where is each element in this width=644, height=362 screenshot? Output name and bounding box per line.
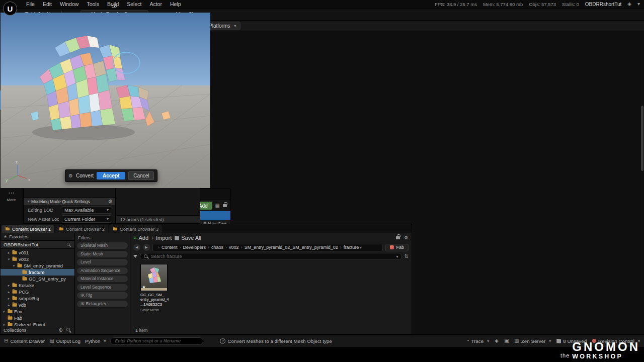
folder-tree-item[interactable]: ▸ vdb [1, 302, 74, 308]
forward-button[interactable]: ▶ [143, 244, 150, 251]
breadcrumb-item[interactable]: › v002 [223, 245, 239, 250]
project-root[interactable]: OBDRRshortTut [1, 240, 74, 249]
fab-button[interactable]: Fab [385, 244, 409, 251]
collections-section[interactable]: Collections ⊕ [1, 326, 74, 334]
favorites-section[interactable]: ★ Favorites [1, 233, 74, 240]
content-browser-tab[interactable]: Content Browser 1 [2, 225, 54, 233]
folder-tree-item[interactable]: ▾ SM_entry_pyramid [1, 262, 74, 269]
perf-stat: Objs: 57,573 [529, 2, 556, 7]
content-tree-column: ★ Favorites OBDRRshortTut ▸ v001 [1, 233, 75, 334]
content-drawer-button[interactable]: ⊟ Content Drawer [4, 338, 45, 344]
expand-arrow-icon[interactable]: ▸ [7, 297, 11, 301]
filter-pill[interactable]: Material Instance [77, 276, 128, 282]
menu-item[interactable]: Select [123, 1, 145, 7]
folder-tree-item[interactable]: ▸ Kosuke [1, 282, 74, 289]
expand-arrow-icon[interactable]: ▾ [7, 257, 11, 261]
server-icon: ▥ [514, 338, 519, 343]
search-input[interactable] [151, 254, 393, 259]
expand-arrow-icon[interactable]: ▸ [7, 303, 11, 307]
expand-arrow-icon[interactable]: ▸ [7, 284, 11, 288]
expand-arrow-icon[interactable]: ▸ [7, 251, 11, 255]
chevron-down-icon: ▾ [104, 339, 106, 343]
filter-pill[interactable]: Static Mesh [77, 251, 128, 257]
filter-pill[interactable]: Skeletal Mesh [77, 242, 128, 249]
breadcrumb-item[interactable]: › Content [156, 245, 178, 250]
folder-tree-item[interactable]: ▾ v002 [1, 256, 74, 262]
search-icon[interactable] [66, 327, 71, 333]
asset-search[interactable]: ▾ [140, 253, 402, 260]
zen-server-dropdown[interactable]: ▥ Zen Server ▾ [514, 338, 551, 344]
python-dropdown[interactable]: Python ▾ [85, 338, 106, 344]
quick-settings-header[interactable]: ▾ Modeling Mode Quick Settings ⚙ [24, 197, 115, 205]
menu-item[interactable]: Edit [39, 1, 56, 7]
filter-pill[interactable]: IK Rig [77, 292, 128, 299]
plus-icon: + [133, 235, 136, 241]
menu-item[interactable]: Window [56, 1, 83, 7]
folder-tree-item[interactable]: ▸ simpleRig [1, 295, 74, 302]
mode-button[interactable]: ⋯ More [0, 186, 23, 205]
lock-icon[interactable] [223, 204, 227, 207]
menu-item[interactable]: Actor [145, 1, 166, 7]
breadcrumb-separator: › [340, 245, 342, 250]
viewport[interactable]: ≡ ↖ ↔ ↻ ◱ Perspective ▾ Lit ▾ ⚡ ⊞ ▣ ▦ ⋮ [0, 0, 211, 189]
target-icon[interactable]: ◈ [495, 338, 499, 343]
asset-count: 1 item [130, 326, 412, 334]
menu-item[interactable]: Help [166, 1, 185, 7]
folder-icon [13, 297, 17, 300]
menu-item[interactable]: File [22, 1, 39, 7]
add-collection-icon[interactable]: ⊕ [59, 328, 63, 333]
details-scrollbar[interactable] [641, 45, 643, 297]
import-button[interactable]: ↓ Import [151, 235, 172, 241]
command-input[interactable] [115, 338, 199, 343]
filter-pill[interactable]: Level Sequence [77, 284, 128, 291]
watermark: the GNOMON WORKSHOP [560, 341, 640, 360]
lock-icon[interactable] [396, 236, 400, 239]
sort-icon[interactable]: ⇅ [405, 254, 409, 259]
chevron-down-icon[interactable]: ▾ [637, 2, 640, 7]
new-asset-location-dropdown[interactable]: Current Folder ▾ [62, 215, 111, 223]
content-browser-tab[interactable]: Content Browser 2 [55, 225, 108, 233]
folder-tree-item[interactable]: GC_SM_entry_py [1, 276, 74, 282]
viewport-scene[interactable]: z y x ⚙ Convert Accept Cancel [1, 13, 210, 188]
breadcrumb-item[interactable]: › SM_entry_pyramid_02_SM_entry_pyramid_0… [239, 245, 338, 250]
folder-tree-item[interactable]: ▸ Env [1, 308, 74, 315]
folder-tree-item[interactable]: ▸ Stylized_Egypt [1, 321, 74, 326]
search-icon[interactable] [66, 242, 71, 247]
output-log-button[interactable]: ▤ Output Log [49, 338, 80, 344]
scene-render: z y x [1, 13, 210, 188]
folder-tree-item[interactable]: ▸ v001 [1, 249, 74, 256]
expand-arrow-icon[interactable]: ▸ [7, 290, 11, 294]
filter-pill[interactable]: IK Retargeter [77, 301, 128, 307]
filter-icon[interactable] [133, 255, 137, 258]
snapshot-icon[interactable]: ▣ [504, 338, 509, 343]
asset-tile[interactable]: ★ GC_GC_SM_ entry_pyramid_4 ...1A6E52C3 … [140, 264, 170, 312]
filter-pill[interactable]: Level [77, 259, 128, 265]
folder-tree-item[interactable]: fracture [1, 269, 74, 276]
folder-tree-item[interactable]: Fab [1, 315, 74, 321]
add-button[interactable]: + Add [133, 235, 148, 241]
command-input-box[interactable] [110, 337, 203, 345]
menu-item[interactable]: Tools [83, 1, 103, 7]
convert-dialog: ⚙ Convert Accept Cancel [65, 169, 157, 182]
gear-icon[interactable]: ⚙ [404, 235, 409, 240]
feedback-icon[interactable]: ◈ [627, 2, 631, 7]
folder-tree-item[interactable]: ▸ PCG [1, 289, 74, 295]
breadcrumb-item[interactable]: › chaos [206, 245, 223, 250]
asset-thumbnail[interactable]: ★ [140, 264, 168, 291]
filter-pill[interactable]: Animation Sequence [77, 267, 128, 274]
expand-arrow-icon[interactable]: ▾ [12, 264, 16, 268]
expand-arrow-icon[interactable]: ▸ [3, 310, 6, 314]
trace-dropdown[interactable]: ◔ Trace ▾ [466, 338, 489, 344]
help-icon[interactable]: ? [220, 338, 225, 344]
content-browser-tab[interactable]: Content Browser 3 [109, 225, 162, 233]
unreal-logo-icon[interactable]: U [3, 2, 17, 16]
back-button[interactable]: ◀ [133, 244, 140, 251]
breadcrumb-item[interactable]: › fracture [338, 245, 362, 250]
editing-lod-dropdown[interactable]: Max Available ▾ [62, 206, 111, 214]
panel-options-icon[interactable]: ▦ [215, 203, 220, 208]
accept-button[interactable]: Accept [97, 172, 125, 179]
breadcrumb-item[interactable]: › Developers [178, 245, 206, 250]
cancel-button[interactable]: Cancel [128, 171, 154, 180]
save-all-button[interactable]: Save All [175, 235, 201, 241]
gear-icon[interactable]: ⚙ [108, 199, 113, 204]
